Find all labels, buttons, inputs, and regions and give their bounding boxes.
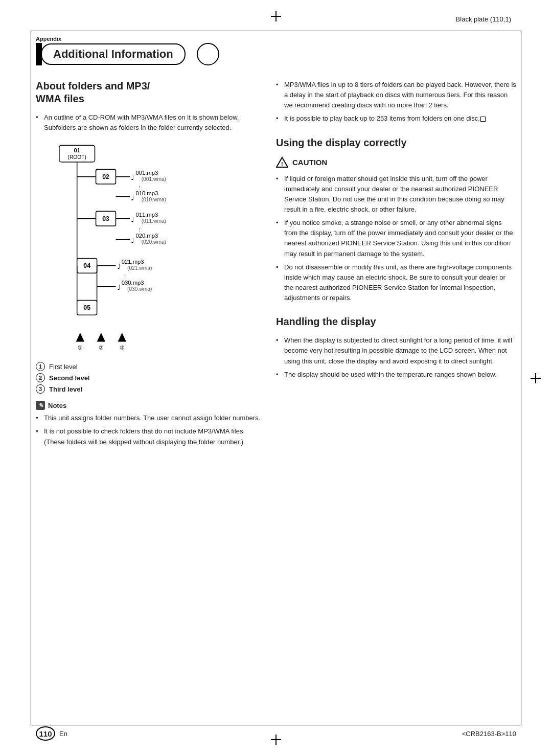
svg-text:③: ③: [120, 345, 125, 351]
caution-icon: !: [276, 156, 288, 169]
level-label-1: 1 First level: [36, 362, 261, 371]
svg-text:05: 05: [83, 304, 90, 311]
crosshair-top: [271, 11, 281, 21]
section-title: Additional Information: [41, 43, 186, 65]
caution-bullet-2: If you notice smoke, a strange noise or …: [276, 218, 516, 259]
handling-bullet-2: The display should be used within the te…: [276, 370, 516, 380]
svg-text:(021.wma): (021.wma): [127, 265, 152, 271]
svg-text:①: ①: [78, 345, 83, 351]
svg-text:(011.wma): (011.wma): [142, 218, 166, 224]
svg-text:!: !: [281, 162, 283, 167]
svg-text:♩: ♩: [117, 283, 121, 291]
svg-text:♩: ♩: [131, 215, 134, 223]
caution-bullet-3: Do not disassemble or modify this unit, …: [276, 262, 516, 304]
level-text-3: Third level: [49, 385, 82, 393]
note-item-1: This unit assigns folder numbers. The us…: [36, 413, 261, 423]
crosshair-right: [531, 373, 541, 383]
left-bullets: An outline of a CD-ROM with MP3/WMA file…: [36, 112, 261, 133]
level-text-1: First level: [49, 363, 78, 371]
level-num-1: 1: [36, 362, 45, 371]
right-column: MP3/WMA files in up to 8 tiers of folder…: [276, 80, 516, 454]
notes-box: ✎ Notes This unit assigns folder numbers…: [36, 401, 261, 447]
page-number: 110: [39, 729, 52, 738]
end-square: [480, 117, 486, 122]
border-right: [521, 31, 521, 725]
level-text-2: Second level: [49, 374, 89, 382]
svg-marker-47: [76, 333, 84, 341]
handling-bullets: When the display is subjected to direct …: [276, 335, 516, 380]
display-heading: Using the display correctly: [276, 136, 516, 149]
plate-text: Black plate (110,1): [456, 15, 511, 23]
notes-header: ✎ Notes: [36, 401, 261, 410]
left-heading: About folders and MP3/WMA files: [36, 80, 261, 105]
level-labels: 1 First level 2 Second level 3 Third lev…: [36, 362, 261, 394]
notes-list: This unit assigns folder numbers. The us…: [36, 413, 261, 447]
svg-text:04: 04: [83, 262, 90, 269]
svg-text:(010.wma): (010.wma): [142, 197, 166, 202]
svg-text:②: ②: [99, 345, 104, 351]
caution-header: ! CAUTION: [276, 156, 516, 169]
svg-text:021.mp3: 021.mp3: [122, 259, 144, 265]
caution-label: CAUTION: [292, 158, 327, 167]
crb-code: <CRB2163-B>110: [462, 730, 516, 738]
svg-text:(ROOT): (ROOT): [67, 154, 86, 160]
content-area: Appendix Additional Information About fo…: [36, 36, 516, 720]
handling-bullet-1: When the display is subjected to direct …: [276, 335, 516, 366]
border-bottom: [31, 725, 521, 725]
level-label-3: 3 Third level: [36, 384, 261, 394]
appendix-label: Appendix: [36, 36, 516, 42]
section-header: Additional Information: [36, 43, 516, 65]
svg-text:020.mp3: 020.mp3: [135, 233, 158, 239]
level-num-3: 3: [36, 384, 45, 394]
svg-text:030.mp3: 030.mp3: [122, 280, 144, 286]
left-bullet-1: An outline of a CD-ROM with MP3/WMA file…: [36, 112, 261, 133]
svg-text:(030.wma): (030.wma): [127, 286, 152, 292]
svg-text:♩: ♩: [131, 236, 134, 244]
left-column: About folders and MP3/WMA files An outli…: [36, 80, 261, 454]
svg-text:01: 01: [74, 147, 80, 153]
caution-bullets: If liquid or foreign matter should get i…: [276, 174, 516, 304]
notes-label: Notes: [48, 402, 66, 409]
handling-section: Handling the display When the display is…: [276, 315, 516, 380]
display-section: Using the display correctly ! CAUTION If…: [276, 136, 516, 304]
svg-text:03: 03: [102, 215, 109, 222]
svg-text:010.mp3: 010.mp3: [135, 190, 158, 196]
svg-text:♩: ♩: [117, 262, 121, 270]
svg-text:♩: ♩: [131, 194, 134, 202]
handling-heading: Handling the display: [276, 315, 516, 328]
lang-label: En: [59, 730, 67, 738]
svg-text:02: 02: [102, 173, 109, 180]
svg-text:001.mp3: 001.mp3: [135, 170, 158, 176]
note-item-2: It is not possible to check folders that…: [36, 426, 261, 447]
border-left: [31, 31, 31, 725]
svg-text:(020.wma): (020.wma): [142, 239, 166, 245]
footer: 110 En <CRB2163-B>110: [36, 726, 516, 741]
svg-marker-49: [97, 333, 105, 341]
right-top-bullets: MP3/WMA files in up to 8 tiers of folder…: [276, 80, 516, 124]
right-bullet-1: MP3/WMA files in up to 8 tiers of folder…: [276, 80, 516, 110]
svg-text:(001.wma): (001.wma): [142, 176, 166, 182]
right-bullet-2: It is possible to play back up to 253 it…: [276, 113, 516, 124]
svg-marker-51: [118, 333, 126, 341]
svg-text:♩: ♩: [131, 173, 134, 181]
level-label-2: 2 Second level: [36, 373, 261, 382]
level-num-2: 2: [36, 373, 45, 382]
plate-header: Black plate (110,1): [456, 15, 511, 23]
two-column-layout: About folders and MP3/WMA files An outli…: [36, 80, 516, 454]
notes-icon: ✎: [36, 401, 45, 410]
svg-text:011.mp3: 011.mp3: [135, 212, 158, 218]
page-number-box: 110: [36, 726, 55, 741]
folder-diagram: 01 (ROOT) 02 001.mp3 (001.wma) ♩: [36, 140, 261, 355]
header-circle: [197, 43, 219, 65]
caution-bullet-1: If liquid or foreign matter should get i…: [276, 174, 516, 215]
border-top: [31, 31, 521, 31]
